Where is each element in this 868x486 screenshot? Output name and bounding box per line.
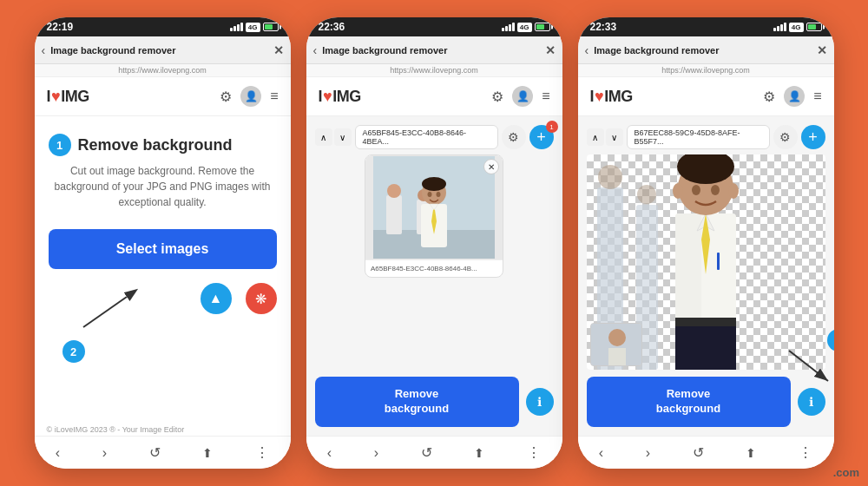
avatar-icon-2[interactable]: 👤 <box>512 86 533 107</box>
browser-bar-2: ‹ Image background remover ✕ <box>306 36 562 64</box>
nav-refresh-btn[interactable]: ↺ <box>149 444 161 461</box>
step1-badge: 1 <box>49 134 71 156</box>
browser-close-1[interactable]: ✕ <box>273 43 284 57</box>
step3-indicator: 3 <box>827 329 834 351</box>
browser-title-3: Image background remover <box>594 45 719 56</box>
menu-icon-2[interactable]: ≡ <box>542 89 549 104</box>
page-content-2: ∧ ∨ A65BF845-E3CC-40B8-8646-4BEA... ⚙ + … <box>306 116 562 436</box>
nav-share-btn-3[interactable]: ⬆ <box>746 446 756 460</box>
file-nav-up-3[interactable]: ∧ <box>587 128 604 146</box>
svg-point-29 <box>728 183 739 199</box>
logo-img: IMG <box>61 88 89 106</box>
nav-back-btn-3[interactable]: ‹ <box>599 445 603 461</box>
image-preview <box>365 155 503 259</box>
filename-display-3: B67EEC88-59C9-45D8-8AFE-B55F7... <box>627 125 770 149</box>
select-images-button[interactable]: Select images <box>49 229 277 269</box>
browser-close-3[interactable]: ✕ <box>817 43 827 57</box>
remove-background-button-3[interactable]: Removebackground <box>587 377 791 427</box>
svg-rect-30 <box>717 253 720 270</box>
network-badge-2: 4G <box>517 23 532 32</box>
settings-icon[interactable]: ⚙ <box>220 89 232 105</box>
nav-back-btn-2[interactable]: ‹ <box>327 445 332 461</box>
status-icons-1: 4G <box>230 23 279 32</box>
network-badge-3: 4G <box>789 23 804 32</box>
settings-icon-2[interactable]: ⚙ <box>491 89 503 105</box>
browser-title-2: Image background remover <box>322 45 447 56</box>
bottom-nav-1: ‹ › ↺ ⬆ ⋮ <box>35 436 291 469</box>
nav-more-btn-2[interactable]: ⋮ <box>527 444 541 461</box>
screen1-desc: Cut out image background. Remove the bac… <box>49 163 277 210</box>
file-nav-up[interactable]: ∧ <box>315 128 332 146</box>
menu-icon[interactable]: ≡ <box>270 89 278 104</box>
title-row: 1 Remove background <box>49 134 233 156</box>
signal-bars-3 <box>773 23 786 31</box>
svg-rect-3 <box>386 195 402 234</box>
browser-url-3: https://www.ilovepng.com <box>578 64 834 77</box>
nav-forward-btn-2[interactable]: › <box>374 445 378 461</box>
nav-forward-btn-3[interactable]: › <box>646 445 650 461</box>
watermark: .com <box>833 466 859 479</box>
browser-back-3[interactable]: ‹ <box>585 43 589 57</box>
svg-point-12 <box>428 192 432 197</box>
browser-close-2[interactable]: ✕ <box>545 43 556 57</box>
svg-point-4 <box>387 184 401 198</box>
nav-share-btn-2[interactable]: ⬆ <box>474 446 484 460</box>
status-bar-2: 22:36 4G <box>306 17 562 36</box>
add-file-button[interactable]: + 1 <box>529 125 554 149</box>
menu-icon-3[interactable]: ≡ <box>813 89 821 104</box>
nav-refresh-btn-2[interactable]: ↺ <box>421 444 432 461</box>
signal-bars-2 <box>502 23 515 31</box>
add-file-button-3[interactable]: + <box>801 125 825 149</box>
nav-forward-btn[interactable]: › <box>102 445 107 461</box>
info-button-2[interactable]: ℹ <box>526 388 554 416</box>
svg-point-28 <box>673 183 683 199</box>
image-card-close[interactable]: ✕ <box>483 159 499 174</box>
nav-back-btn[interactable]: ‹ <box>56 445 60 461</box>
svg-rect-33 <box>608 348 626 366</box>
status-bar-1: 22:19 4G <box>35 17 291 36</box>
nav-more-btn[interactable]: ⋮ <box>255 444 269 461</box>
settings-icon-3[interactable]: ⚙ <box>763 89 775 105</box>
logo-heart: ♥ <box>51 88 60 106</box>
logo-3: I ♥ IMG <box>590 88 633 106</box>
status-icons-3: 4G <box>773 23 822 32</box>
svg-point-26 <box>692 185 700 195</box>
nav-refresh-btn-3[interactable]: ↺ <box>693 444 704 461</box>
time-1: 22:19 <box>47 21 74 33</box>
svg-point-17 <box>637 185 656 204</box>
google-drive-button[interactable]: ▲ <box>201 283 232 314</box>
browser-url-2: https://www.ilovepng.com <box>306 64 562 77</box>
gear-button[interactable]: ⚙ <box>502 125 526 149</box>
bottom-nav-2: ‹ › ↺ ⬆ ⋮ <box>306 436 562 469</box>
person-illustration <box>373 156 495 259</box>
svg-rect-22 <box>675 318 736 326</box>
remove-background-button-2[interactable]: Removebackground <box>315 377 519 427</box>
notification-badge: 1 <box>546 121 558 133</box>
screen2-content: ∧ ∨ A65BF845-E3CC-40B8-8646-4BEA... ⚙ + … <box>306 116 562 436</box>
avatar-icon-3[interactable]: 👤 <box>784 86 805 107</box>
dropbox-button[interactable]: ❋ <box>246 283 277 314</box>
logo-i: I <box>47 88 51 106</box>
file-nav-down-3[interactable]: ∨ <box>606 128 623 146</box>
nav-share-btn[interactable]: ⬆ <box>202 446 213 460</box>
svg-point-13 <box>437 192 441 197</box>
gear-button-3[interactable]: ⚙ <box>773 125 798 149</box>
signal-bars-1 <box>230 23 243 31</box>
nav-more-btn-3[interactable]: ⋮ <box>799 444 812 461</box>
info-button-3[interactable]: ℹ <box>798 388 825 416</box>
svg-point-27 <box>711 185 720 195</box>
screen2-bottom: Removebackground ℹ <box>315 377 554 427</box>
browser-back-1[interactable]: ‹ <box>42 43 46 57</box>
time-2: 22:36 <box>319 21 345 33</box>
avatar-icon[interactable]: 👤 <box>240 86 261 107</box>
file-nav-down[interactable]: ∨ <box>334 128 352 146</box>
step3-arrow <box>780 346 832 390</box>
browser-back-2[interactable]: ‹ <box>313 43 318 57</box>
battery-icon-2 <box>535 23 550 31</box>
header-icons-3: ⚙ 👤 ≡ <box>763 86 821 107</box>
copyright-1: © iLoveIMG 2023 ® - Your Image Editor <box>35 424 291 436</box>
phone-3: 22:33 4G ‹ Image background remover ✕ ht… <box>578 17 834 469</box>
logo-2: I ♥ IMG <box>319 88 361 106</box>
thumbnail-preview <box>590 323 642 366</box>
screen1-content: 1 Remove background Cut out image backgr… <box>35 116 291 424</box>
